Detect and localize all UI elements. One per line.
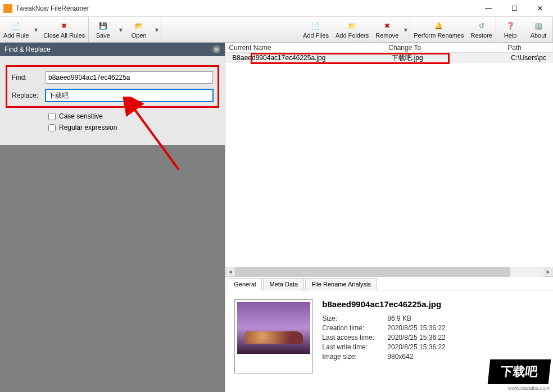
maximize-button[interactable]: ☐ bbox=[501, 0, 527, 17]
save-button[interactable]: 💾 Save bbox=[89, 17, 117, 42]
tab-file-rename-analysis[interactable]: File Rename Analysis bbox=[305, 278, 377, 290]
regex-checkbox[interactable] bbox=[48, 124, 56, 131]
replace-label: Replace: bbox=[12, 92, 46, 99]
add-folders-button[interactable]: 📁 Add Folders bbox=[332, 17, 372, 42]
panel-header: Find & Replace ✕ bbox=[0, 43, 225, 56]
help-icon: ❓ bbox=[505, 20, 516, 31]
ctime-value: 2020/8/25 15:36:22 bbox=[387, 324, 445, 332]
about-button[interactable]: 🏢 About bbox=[524, 17, 552, 42]
perform-renames-button[interactable]: 🔔 Perform Renames bbox=[410, 17, 467, 42]
col-path[interactable]: Path bbox=[504, 43, 553, 52]
add-rule-icon: 📄 bbox=[11, 20, 22, 31]
panel-title: Find & Replace bbox=[4, 45, 51, 53]
about-label: About bbox=[531, 32, 547, 39]
cell-current: B8aeed9904ac17ec46225a.jpg bbox=[225, 54, 385, 62]
remove-button[interactable]: ✖ Remove bbox=[372, 17, 402, 42]
close-button[interactable]: ✕ bbox=[527, 0, 553, 17]
highlight-box: Find: Replace: bbox=[6, 65, 219, 108]
add-files-button[interactable]: 📄 Add Files bbox=[300, 17, 332, 42]
open-dropdown[interactable]: ▾ bbox=[153, 17, 161, 42]
watermark-logo: 下载吧 bbox=[488, 359, 551, 384]
ctime-label: Creation time: bbox=[322, 324, 387, 332]
scroll-thumb[interactable] bbox=[235, 267, 510, 277]
close-all-rules-button[interactable]: ✖ Close All Rules bbox=[40, 17, 88, 42]
regex-label: Regular expression bbox=[59, 124, 117, 131]
app-icon bbox=[3, 4, 12, 13]
toolbar: 📄 Add Rule ▾ ✖ Close All Rules 💾 Save ▾ … bbox=[0, 17, 553, 43]
minimize-button[interactable]: — bbox=[475, 0, 501, 17]
open-label: Open bbox=[132, 32, 147, 39]
titlebar: TweakNow FileRenamer — ☐ ✕ bbox=[0, 0, 553, 17]
add-folders-label: Add Folders bbox=[336, 32, 369, 39]
scroll-right-icon[interactable]: ► bbox=[543, 267, 553, 277]
tab-meta-data[interactable]: Meta Data bbox=[263, 278, 304, 290]
list-header: Current Name Change To Path bbox=[225, 43, 553, 53]
perform-renames-label: Perform Renames bbox=[414, 32, 464, 39]
thumbnail bbox=[234, 299, 313, 373]
cell-path: C:\Users\pc bbox=[504, 54, 553, 62]
col-change-to[interactable]: Change To bbox=[385, 43, 504, 52]
horizontal-scrollbar[interactable]: ◄ ► bbox=[225, 267, 553, 276]
about-icon: 🏢 bbox=[533, 20, 544, 31]
close-all-rules-label: Close All Rules bbox=[43, 32, 85, 39]
rules-panel: Find & Replace ✕ Find: Replace: Case sen… bbox=[0, 43, 225, 392]
perform-renames-icon: 🔔 bbox=[433, 20, 445, 31]
replace-input[interactable] bbox=[46, 89, 213, 102]
add-rule-button[interactable]: 📄 Add Rule bbox=[0, 17, 32, 42]
col-current-name[interactable]: Current Name bbox=[225, 43, 385, 52]
find-label: Find: bbox=[12, 74, 46, 81]
help-label: Help bbox=[504, 32, 517, 39]
watermark-url: www.xiazaiba.com bbox=[507, 385, 551, 391]
case-sensitive-checkbox[interactable] bbox=[48, 113, 56, 120]
atime-value: 2020/8/25 15:36:22 bbox=[387, 334, 445, 341]
restore-label: Restore bbox=[470, 32, 492, 39]
panel-close-icon[interactable]: ✕ bbox=[212, 45, 220, 53]
thumbnail-image bbox=[237, 302, 310, 354]
remove-label: Remove bbox=[375, 32, 398, 39]
size-label: Size: bbox=[322, 314, 387, 322]
panel-body: Find: Replace: Case sensitive Regular ex… bbox=[0, 56, 225, 145]
open-button[interactable]: 📂 Open bbox=[125, 17, 153, 42]
detail-filename: b8aeed9904ac17ec46225a.jpg bbox=[322, 299, 544, 309]
add-folders-icon: 📁 bbox=[347, 20, 358, 31]
scroll-track[interactable] bbox=[235, 267, 543, 277]
add-files-icon: 📄 bbox=[310, 20, 321, 31]
restore-icon: ↺ bbox=[476, 20, 487, 31]
detail-tabs: General Meta Data File Rename Analysis bbox=[225, 276, 553, 290]
add-rule-label: Add Rule bbox=[3, 32, 29, 39]
close-icon: ✖ bbox=[58, 20, 70, 31]
remove-dropdown[interactable]: ▾ bbox=[402, 17, 410, 42]
isize-label: Image size: bbox=[322, 353, 387, 361]
find-input[interactable] bbox=[46, 71, 213, 84]
open-icon: 📂 bbox=[133, 20, 144, 31]
wtime-label: Last write time: bbox=[322, 343, 387, 351]
cell-change: 下载吧.jpg bbox=[385, 53, 504, 63]
atime-label: Last access time: bbox=[322, 334, 387, 341]
save-label: Save bbox=[96, 32, 110, 39]
save-icon: 💾 bbox=[97, 20, 108, 31]
save-dropdown[interactable]: ▾ bbox=[117, 17, 125, 42]
add-files-label: Add Files bbox=[303, 32, 329, 39]
wtime-value: 2020/8/25 15:36:22 bbox=[387, 343, 445, 351]
scroll-left-icon[interactable]: ◄ bbox=[225, 267, 235, 277]
main: Find & Replace ✕ Find: Replace: Case sen… bbox=[0, 43, 553, 392]
case-sensitive-label: Case sensitive bbox=[59, 112, 103, 120]
add-rule-dropdown[interactable]: ▾ bbox=[32, 17, 40, 42]
table-row[interactable]: B8aeed9904ac17ec46225a.jpg 下载吧.jpg C:\Us… bbox=[225, 53, 553, 63]
file-area: Current Name Change To Path B8aeed9904ac… bbox=[225, 43, 553, 392]
remove-icon: ✖ bbox=[382, 20, 393, 31]
restore-button[interactable]: ↺ Restore bbox=[467, 17, 496, 42]
tab-general[interactable]: General bbox=[228, 278, 262, 290]
size-value: 86.9 KB bbox=[387, 314, 411, 322]
isize-value: 980x642 bbox=[387, 353, 413, 361]
file-list[interactable]: B8aeed9904ac17ec46225a.jpg 下载吧.jpg C:\Us… bbox=[225, 53, 553, 267]
window-title: TweakNow FileRenamer bbox=[16, 4, 475, 12]
help-button[interactable]: ❓ Help bbox=[496, 17, 524, 42]
